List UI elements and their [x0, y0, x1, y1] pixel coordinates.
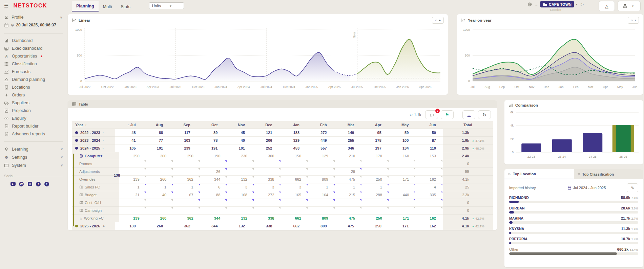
cell[interactable] — [389, 207, 416, 215]
cell[interactable]: 26 — [200, 168, 227, 176]
cell[interactable] — [119, 207, 146, 215]
cell[interactable]: 215 — [335, 191, 362, 199]
column-may[interactable]: May — [388, 121, 416, 129]
cell[interactable]: 95 — [361, 129, 388, 137]
cell[interactable]: 88 — [143, 129, 170, 137]
cell[interactable]: 139 — [119, 215, 146, 222]
cell[interactable]: 346 — [334, 144, 361, 152]
cell[interactable]: 78 — [197, 137, 225, 144]
sidebar-item-exec-dashboard[interactable]: Exec dashboard — [0, 45, 67, 52]
sidebar-group-settings[interactable]: ⚙Settings∨ — [0, 153, 67, 161]
cell[interactable] — [200, 199, 227, 207]
cell[interactable]: 29 — [335, 168, 362, 176]
table-row-campaign[interactable]: Campaign0 — [72, 207, 493, 215]
cell[interactable]: 200 — [146, 152, 173, 160]
cell[interactable]: 206 — [252, 137, 279, 144]
cell[interactable] — [254, 199, 281, 207]
cell[interactable] — [389, 199, 416, 207]
cell[interactable]: 89 — [197, 129, 225, 137]
cell[interactable]: 191 — [143, 144, 170, 152]
sidebar-item-forecasts[interactable]: Forecasts — [0, 68, 67, 76]
cell[interactable]: 117 — [170, 129, 197, 137]
tab-top-location[interactable]: ▷Top Location — [504, 169, 574, 179]
hierarchy-button[interactable]: ▾ — [618, 1, 641, 11]
cell[interactable]: 1 — [362, 183, 389, 191]
sidebar-item-classification[interactable]: Classification — [0, 60, 67, 68]
linear-chart[interactable]: 05001000NowJul 2022Oct 2022Jan 2023Apr 2… — [68, 24, 448, 94]
cell[interactable]: 230 — [227, 152, 254, 160]
table-row-computer[interactable]: Computer25020025019023030015012921017016… — [72, 152, 493, 160]
cell[interactable] — [308, 199, 335, 207]
row-expand-icon[interactable]: › — [103, 139, 104, 142]
cell[interactable] — [362, 207, 389, 215]
hamburger-menu-icon[interactable]: ☰ — [4, 3, 8, 9]
cell[interactable]: 3 — [254, 183, 281, 191]
cell[interactable]: 335 — [416, 191, 443, 199]
sidebar-profile[interactable]: Profile ∨ — [0, 10, 67, 21]
cell[interactable] — [173, 207, 200, 215]
cell[interactable]: 164 — [308, 191, 335, 199]
column-jan[interactable]: Jan — [279, 121, 306, 129]
cell[interactable]: 21 — [119, 191, 146, 199]
cell[interactable]: 139 — [115, 222, 143, 230]
location-caret-icon[interactable]: ▾ — [576, 3, 578, 6]
location-item-knysna[interactable]: KNYSNA11.3k1.4% — [509, 227, 638, 234]
sidebar-group-system[interactable]: System∨ — [0, 161, 67, 170]
cell[interactable]: 239 — [170, 144, 197, 152]
sidebar-group-learning[interactable]: Learning∨ — [0, 145, 67, 153]
cell[interactable]: 344 — [197, 222, 225, 230]
cell[interactable] — [119, 199, 146, 207]
cell[interactable]: 300 — [254, 152, 281, 160]
cell[interactable] — [254, 207, 281, 215]
sidebar-datetime[interactable]: ⊙ 20 Jul 2025, 00:06:37 — [0, 21, 67, 30]
cell[interactable]: 178 — [361, 137, 388, 144]
cell[interactable] — [173, 160, 200, 168]
cell[interactable]: 662 — [281, 176, 308, 183]
cell[interactable] — [362, 160, 389, 168]
table-row-overrides[interactable]: Overrides1392603623441323386628094752501… — [72, 176, 493, 183]
tab-stats[interactable]: Stats — [116, 1, 135, 12]
cell[interactable]: 662 — [279, 222, 306, 230]
cell[interactable]: 87 — [415, 137, 443, 144]
cell[interactable] — [146, 199, 173, 207]
cell[interactable]: 260 — [146, 215, 173, 222]
cell[interactable]: 160 — [389, 152, 416, 160]
cell[interactable]: 557 — [306, 144, 334, 152]
location-item-other[interactable]: Other660.2k83.4% — [509, 247, 638, 255]
cell[interactable]: 272 — [254, 191, 281, 199]
cell[interactable]: 41 — [115, 137, 143, 144]
cell[interactable] — [389, 168, 416, 176]
refresh-button[interactable]: ↻ — [478, 110, 491, 119]
cell[interactable]: 40 — [146, 191, 173, 199]
table-row-2025-2026[interactable]: 2025 - 2026∧1381392603623441323386628094… — [72, 222, 493, 230]
cell[interactable] — [416, 199, 443, 207]
column-aug[interactable]: Aug — [143, 121, 170, 129]
row-expand-icon[interactable]: › — [103, 131, 104, 134]
cell[interactable]: 1 — [119, 183, 146, 191]
sidebar-item-enquiry[interactable]: Enquiry — [0, 115, 67, 122]
cell[interactable]: 250 — [173, 152, 200, 160]
cell[interactable]: 329 — [279, 137, 306, 144]
table-row-promos[interactable]: Promos0 — [72, 160, 493, 168]
cell[interactable]: 809 — [308, 215, 335, 222]
table-row-working-fc[interactable]: ☆Working FC13926036234413233866280947525… — [72, 215, 493, 222]
cell[interactable]: 134 — [388, 144, 416, 152]
hierarchy-caret-icon[interactable]: ▾ — [630, 1, 636, 11]
cell[interactable]: 809 — [308, 176, 335, 183]
cell[interactable]: 171 — [389, 176, 416, 183]
column-mar[interactable]: Mar — [334, 121, 361, 129]
cell[interactable] — [308, 168, 335, 176]
location-item-richmond[interactable]: RICHMOND58.9k7.4% — [509, 196, 638, 203]
column-dec[interactable]: Dec — [252, 121, 279, 129]
flag-button[interactable]: ⚑ — [441, 110, 454, 119]
comments-button[interactable]: 8 — [425, 110, 438, 119]
cell[interactable]: 475 — [335, 215, 362, 222]
cell[interactable]: 170 — [362, 152, 389, 160]
cell[interactable]: 77 — [143, 137, 170, 144]
download-button[interactable] — [462, 110, 475, 119]
cell[interactable]: 3 — [227, 183, 254, 191]
cell[interactable]: 338 — [254, 176, 281, 183]
cell[interactable]: 45 — [224, 129, 252, 137]
cell[interactable]: 162 — [415, 222, 443, 230]
cell[interactable]: 210 — [335, 152, 362, 160]
